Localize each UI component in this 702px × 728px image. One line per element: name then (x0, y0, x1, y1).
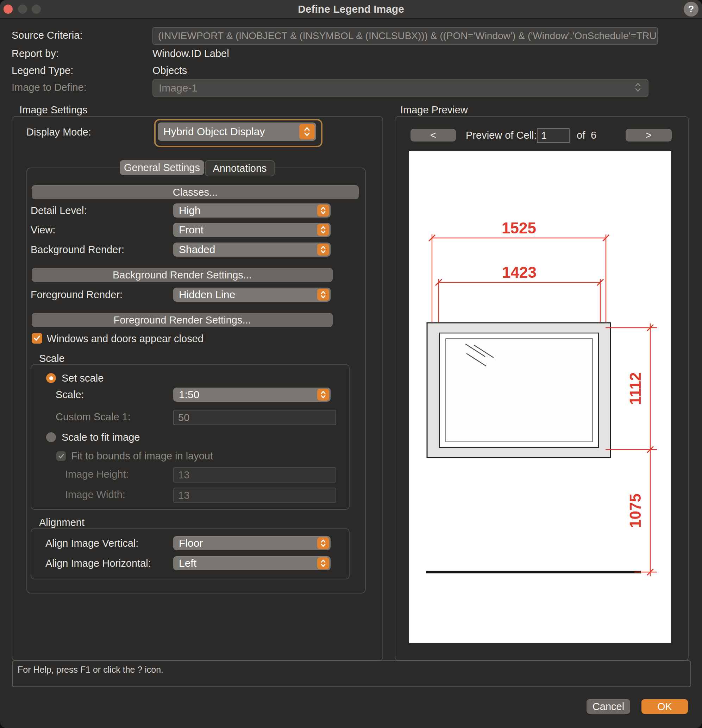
check-icon (58, 454, 64, 459)
stepper-icon (317, 244, 329, 256)
foreground-render-settings-button[interactable]: Foreground Render Settings... (32, 313, 333, 327)
dimension-height-window: 1112 (627, 372, 644, 405)
background-render-settings-button[interactable]: Background Render Settings... (32, 268, 333, 282)
tab-general-settings[interactable]: General Settings (120, 160, 204, 175)
help-message-box: For Help, press F1 or click the ? icon. (12, 660, 691, 687)
cancel-button[interactable]: Cancel (586, 699, 630, 714)
image-height-label: Image Height: (65, 468, 129, 480)
dialog-title: Define Legend Image (0, 0, 702, 18)
image-to-define-label: Image to Define: (12, 82, 87, 93)
preview-canvas: 1525 1423 1112 1075 (409, 151, 671, 643)
image-height-field[interactable]: 13 (173, 467, 336, 482)
stepper-icon (317, 289, 329, 300)
align-horizontal-label: Align Image Horizontal: (45, 558, 151, 569)
legend-type-label: Legend Type: (12, 65, 73, 77)
stepper-icon (317, 224, 329, 236)
foreground-render-label: Foreground Render: (30, 289, 123, 300)
scale-to-fit-label: Scale to fit image (62, 432, 140, 443)
previous-cell-button[interactable]: < (410, 129, 456, 142)
display-mode-label: Display Mode: (26, 126, 91, 138)
legend-type-value: Objects (152, 65, 187, 77)
help-icon[interactable]: ? (684, 2, 699, 17)
scale-label: Scale: (56, 389, 84, 401)
foreground-render-dropdown[interactable]: Hidden Line (173, 287, 331, 302)
stepper-icon (299, 124, 315, 139)
cell-number-input[interactable]: 1 (537, 128, 570, 143)
image-width-label: Image Width: (65, 489, 125, 501)
background-render-dropdown[interactable]: Shaded (173, 243, 331, 257)
view-label: View: (30, 224, 55, 236)
chevron-up-down-icon (634, 82, 642, 94)
background-render-label: Background Render: (30, 244, 124, 256)
next-cell-button[interactable]: > (625, 129, 672, 142)
report-by-label: Report by: (12, 48, 59, 59)
view-dropdown[interactable]: Front (173, 223, 331, 237)
custom-scale-field[interactable]: 50 (173, 410, 336, 425)
set-scale-label: Set scale (62, 373, 104, 384)
fit-bounds-checkbox[interactable] (56, 451, 66, 461)
align-horizontal-dropdown[interactable]: Left (173, 556, 331, 570)
align-vertical-label: Align Image Vertical: (45, 537, 139, 549)
define-legend-image-dialog: Define Legend Image ? Source Criteria: (… (0, 0, 702, 728)
fit-bounds-label: Fit to bounds of image in layout (71, 450, 213, 462)
report-by-value: Window.ID Label (152, 48, 229, 59)
image-settings-title: Image Settings (19, 104, 87, 116)
windows-doors-closed-checkbox[interactable] (32, 333, 42, 344)
dimension-width-overall: 1525 (502, 219, 536, 237)
stepper-icon (317, 557, 329, 569)
title-bar: Define Legend Image ? (0, 0, 702, 19)
scale-to-fit-radio[interactable] (46, 432, 56, 442)
total-cells-value: 6 (591, 130, 597, 141)
scale-dropdown[interactable]: 1:50 (173, 388, 331, 402)
tab-annotations[interactable]: Annotations (205, 160, 274, 176)
preview-of-cell-label: Preview of Cell: (466, 130, 537, 141)
image-width-field[interactable]: 13 (173, 488, 336, 503)
check-icon (33, 335, 40, 341)
window-elevation-drawing: 1525 1423 1112 1075 (409, 151, 671, 643)
image-preview-title: Image Preview (400, 104, 468, 116)
dimension-width-inner: 1423 (502, 264, 537, 281)
of-label: of (577, 130, 585, 141)
source-criteria-field: (INVIEWPORT & (INOBJECT & (INSYMBOL & (I… (152, 27, 658, 45)
set-scale-radio[interactable] (46, 373, 56, 383)
alignment-group-title: Alignment (39, 517, 84, 529)
image-to-define-dropdown[interactable]: Image-1 (152, 79, 649, 97)
source-criteria-label: Source Criteria: (12, 30, 82, 41)
help-message-text: For Help, press F1 or click the ? icon. (17, 664, 163, 675)
custom-scale-label: Custom Scale 1: (56, 411, 131, 423)
display-mode-dropdown[interactable]: Hybrid Object Display (158, 123, 316, 141)
scale-group-title: Scale (39, 353, 65, 364)
stepper-icon (317, 205, 329, 217)
stepper-icon (317, 389, 329, 401)
align-vertical-dropdown[interactable]: Floor (173, 536, 331, 550)
windows-doors-closed-label: Windows and doors appear closed (47, 333, 204, 345)
classes-button[interactable]: Classes... (32, 185, 359, 199)
stepper-icon (317, 537, 329, 549)
detail-level-label: Detail Level: (30, 205, 87, 217)
dimension-height-sill: 1075 (627, 494, 644, 528)
detail-level-dropdown[interactable]: High (173, 204, 331, 218)
ok-button[interactable]: OK (641, 699, 688, 714)
